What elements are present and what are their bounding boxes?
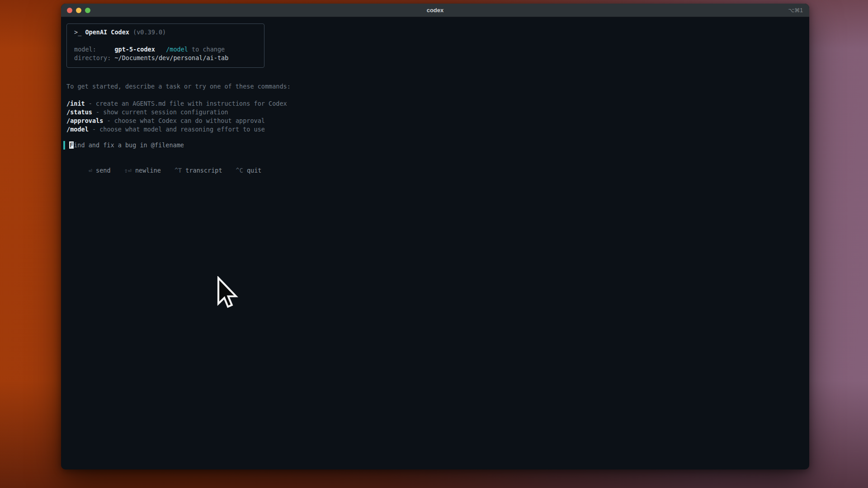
model-label: model: [74,45,114,54]
command-model-desc: - choose what model and reasoning effort… [89,126,265,133]
command-model-name: /model [66,126,89,133]
command-status-desc: - show current session configuration [92,108,228,116]
command-model: /model - choose what model and reasoning… [66,125,800,134]
command-approvals-desc: - choose what Codex can do without appro… [103,117,265,124]
input-placeholder-rest: ind and fix a bug in @filename [74,141,184,149]
command-init-name: /init [66,100,85,107]
keybinding-footer: ⏎ send⇧⏎ newline^T transcript^C quit [66,158,800,183]
intro-text: To get started, describe a task or try o… [66,82,800,91]
command-approvals-name: /approvals [66,117,103,124]
hint-quit: ^C quit [236,167,262,174]
model-command-hint: /model [166,46,188,53]
banner-directory-line: directory:~/Documents/dev/personal/ai-ta… [74,54,256,62]
hint-newline: ⇧⏎ newline [124,167,161,174]
command-init: /init - create an AGENTS.md file with in… [66,99,800,108]
directory-label: directory: [74,54,114,62]
model-command-suffix: to change [188,46,225,53]
terminal-content[interactable]: >_ OpenAI Codex (v0.39.0) model:gpt-5-co… [61,17,809,469]
command-list: /init - create an AGENTS.md file with in… [66,99,800,134]
app-version: (v0.39.0) [133,28,166,36]
hint-transcript-label: transcript [185,167,222,174]
ctrl-t-key: ^T [175,167,182,174]
title-bar[interactable]: codex ⌥⌘1 [61,4,809,17]
text-cursor: F [69,141,74,149]
hint-quit-label: quit [247,167,262,174]
desktop: { "window": { "title": "codex", "shortcu… [0,0,868,488]
hint-transcript: ^T transcript [175,167,222,174]
input-placeholder: Find and fix a bug in @filename [69,141,184,150]
input-accent-bar [63,141,65,150]
window-shortcut-badge: ⌥⌘1 [788,4,803,17]
banner-spacer [74,37,256,45]
codex-banner-box: >_ OpenAI Codex (v0.39.0) model:gpt-5-co… [66,23,264,68]
window-title: codex [61,4,809,17]
hint-send-label: send [96,167,111,174]
prompt-input[interactable]: Find and fix a bug in @filename [63,141,800,150]
command-init-desc: - create an AGENTS.md file with instruct… [85,100,287,107]
app-name: OpenAI Codex [85,28,129,36]
command-approvals: /approvals - choose what Codex can do wi… [66,117,800,125]
directory-value: ~/Documents/dev/personal/ai-tab [114,54,228,61]
shift-return-key-icon: ⇧⏎ [124,167,132,174]
banner-model-line: model:gpt-5-codex /model to change [74,45,256,54]
banner-title-line: >_ OpenAI Codex (v0.39.0) [74,28,256,37]
model-value: gpt-5-codex [114,46,155,53]
command-status: /status - show current session configura… [66,108,800,117]
prompt-glyph: >_ [74,28,81,36]
return-key-icon: ⏎ [89,167,92,174]
terminal-window: codex ⌥⌘1 >_ OpenAI Codex (v0.39.0) mode… [61,4,809,469]
hint-newline-label: newline [135,167,161,174]
command-status-name: /status [66,108,92,116]
ctrl-c-key: ^C [236,167,243,174]
hint-send: ⏎ send [89,167,111,174]
